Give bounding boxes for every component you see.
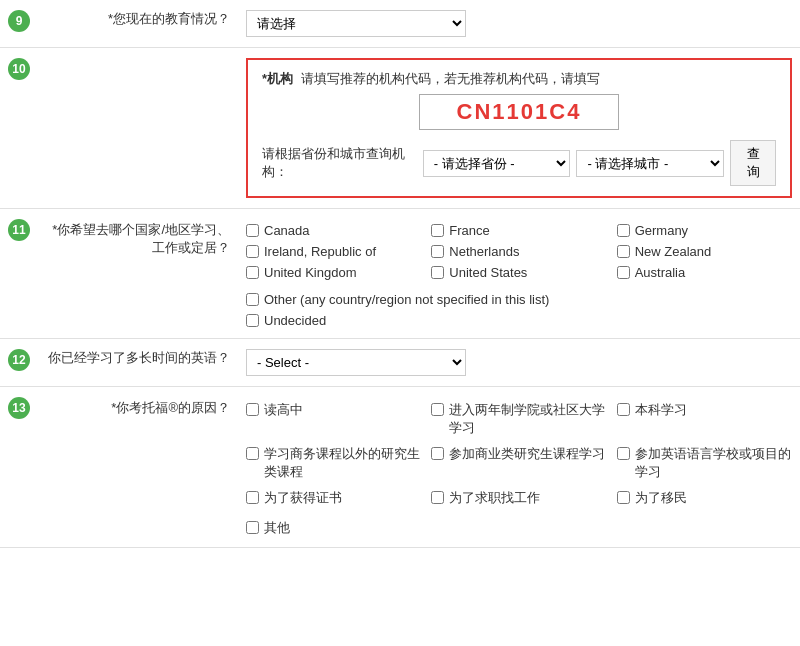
row-9-label: *您现在的教育情况？ [38,0,238,48]
reason-9[interactable]: 其他 [246,519,792,537]
form-table: 9 *您现在的教育情况？ 请选择 10 *机构 请填写推荐的机构代码，若无推荐机… [0,0,800,548]
education-select[interactable]: 请选择 [246,10,466,37]
province-select[interactable]: - 请选择省份 - [423,150,571,177]
row-11-content: Canada France Germany Ireland, Republic … [238,209,800,339]
checkbox-reason-3[interactable] [246,447,259,460]
row-11: 11 *你希望去哪个国家/地区学习、工作或定居？ Canada France G… [0,209,800,339]
row-12: 12 你已经学习了多长时间的英语？ - Select - [0,339,800,387]
reason-0[interactable]: 读高中 [246,401,421,437]
institution-query-row: 请根据省份和城市查询机构： - 请选择省份 - - 请选择城市 - 查询 [262,140,776,186]
countries-grid: Canada France Germany Ireland, Republic … [246,219,792,284]
reason-2[interactable]: 本科学习 [617,401,792,437]
row-10-num: 10 [0,48,38,209]
checkbox-australia[interactable] [617,266,630,279]
country-undecided[interactable]: Undecided [246,313,326,328]
country-canada[interactable]: Canada [246,223,421,238]
checkbox-canada[interactable] [246,224,259,237]
row-11-num: 11 [0,209,38,339]
checkbox-reason-7[interactable] [431,491,444,504]
checkbox-reason-4[interactable] [431,447,444,460]
checkbox-reason-2[interactable] [617,403,630,416]
city-select[interactable]: - 请选择城市 - [576,150,724,177]
institution-hint: 请填写推荐的机构代码，若无推荐机构代码，请填写 [301,70,600,88]
country-netherlands[interactable]: Netherlands [431,244,606,259]
country-us[interactable]: United States [431,265,606,280]
row-9: 9 *您现在的教育情况？ 请选择 [0,0,800,48]
checkbox-netherlands[interactable] [431,245,444,258]
checkbox-reason-8[interactable] [617,491,630,504]
row-12-content: - Select - [238,339,800,387]
country-ireland[interactable]: Ireland, Republic of [246,244,421,259]
country-new-zealand[interactable]: New Zealand [617,244,792,259]
row-9-num: 9 [0,0,38,48]
reason-8[interactable]: 为了移民 [617,489,792,507]
query-button[interactable]: 查询 [730,140,776,186]
institution-code-input[interactable] [419,94,619,130]
row-10: 10 *机构 请填写推荐的机构代码，若无推荐机构代码，请填写 请根据省份和城市查… [0,48,800,209]
country-other-row: Other (any country/region not specified … [246,292,792,307]
checkbox-reason-1[interactable] [431,403,444,416]
country-other[interactable]: Other (any country/region not specified … [246,292,549,307]
checkbox-germany[interactable] [617,224,630,237]
institution-label: *机构 [262,70,293,88]
query-label: 请根据省份和城市查询机构： [262,145,417,181]
row-13-content: 读高中 进入两年制学院或社区大学学习 本科学习 学习商务课程以外的研究生类课程 … [238,387,800,548]
row-10-label [38,48,238,209]
row-13-num: 13 [0,387,38,548]
row-13-label: *你考托福®的原因？ [38,387,238,548]
reason-3[interactable]: 学习商务课程以外的研究生类课程 [246,445,421,481]
reason-6[interactable]: 为了获得证书 [246,489,421,507]
country-germany[interactable]: Germany [617,223,792,238]
checkbox-ireland[interactable] [246,245,259,258]
row-10-content: *机构 请填写推荐的机构代码，若无推荐机构代码，请填写 请根据省份和城市查询机构… [238,48,800,209]
checkbox-france[interactable] [431,224,444,237]
reason-other-row: 其他 [246,519,792,537]
institution-box: *机构 请填写推荐的机构代码，若无推荐机构代码，请填写 请根据省份和城市查询机构… [246,58,792,198]
country-australia[interactable]: Australia [617,265,792,280]
checkbox-us[interactable] [431,266,444,279]
checkbox-reason-6[interactable] [246,491,259,504]
reason-5[interactable]: 参加英语语言学校或项目的学习 [617,445,792,481]
checkbox-uk[interactable] [246,266,259,279]
country-uk[interactable]: United Kingdom [246,265,421,280]
reason-7[interactable]: 为了求职找工作 [431,489,606,507]
reason-4[interactable]: 参加商业类研究生课程学习 [431,445,606,481]
checkbox-reason-5[interactable] [617,447,630,460]
english-duration-select[interactable]: - Select - [246,349,466,376]
row-12-label: 你已经学习了多长时间的英语？ [38,339,238,387]
checkbox-other[interactable] [246,293,259,306]
checkbox-new-zealand[interactable] [617,245,630,258]
row-13: 13 *你考托福®的原因？ 读高中 进入两年制学院或社区大学学习 本科学习 [0,387,800,548]
checkbox-undecided[interactable] [246,314,259,327]
row-11-label: *你希望去哪个国家/地区学习、工作或定居？ [38,209,238,339]
country-undecided-row: Undecided [246,313,792,328]
row-12-num: 12 [0,339,38,387]
institution-label-row: *机构 请填写推荐的机构代码，若无推荐机构代码，请填写 [262,70,776,88]
reasons-grid: 读高中 进入两年制学院或社区大学学习 本科学习 学习商务课程以外的研究生类课程 … [246,397,792,511]
checkbox-reason-0[interactable] [246,403,259,416]
checkbox-reason-9[interactable] [246,521,259,534]
row-9-content: 请选择 [238,0,800,48]
reason-1[interactable]: 进入两年制学院或社区大学学习 [431,401,606,437]
country-france[interactable]: France [431,223,606,238]
